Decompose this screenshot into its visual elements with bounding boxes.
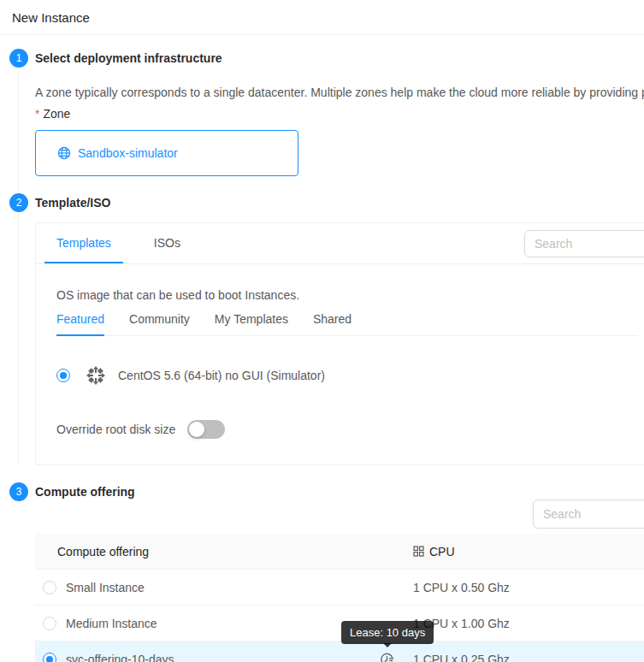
offering-radio-medium[interactable] (43, 617, 56, 630)
step-3-badge: 3 (9, 482, 28, 501)
table-row-svc-offering-10-days[interactable]: svc-offering-10-days 1 CPU x 0.25 Ghz (35, 641, 644, 662)
zone-field-label: *Zone (35, 106, 644, 121)
step-2-title: Template/ISO (35, 193, 644, 212)
tab-isos[interactable]: ISOs (142, 223, 192, 263)
template-card: Templates ISOs OS image that can be used… (35, 222, 644, 465)
globe-icon (57, 146, 71, 160)
grid-icon (413, 546, 424, 557)
template-tabs-bar: Templates ISOs (36, 223, 644, 264)
template-radio[interactable] (56, 369, 70, 382)
step-3-title: Compute offering (35, 482, 644, 501)
page-title: New Instance (12, 8, 630, 27)
template-card-body: OS image that can be used to boot Instan… (36, 264, 644, 464)
toggle-knob (189, 422, 204, 437)
table-row-small-instance[interactable]: Small Instance 1 CPU x 0.50 Ghz (35, 570, 644, 606)
required-asterisk: * (35, 107, 39, 121)
offering-radio-small[interactable] (43, 581, 56, 594)
lease-tooltip: Lease: 10 days (341, 621, 434, 644)
offering-radio-svc-10-days[interactable] (43, 653, 56, 662)
filter-tab-community[interactable]: Community (129, 312, 190, 336)
table-row-medium-instance[interactable]: Medium Instance 1 CPU x 1.00 Ghz (35, 606, 644, 641)
zone-card-label: Sandbox-simulator (78, 146, 178, 160)
filter-tab-shared[interactable]: Shared (313, 312, 352, 336)
template-search-input[interactable] (524, 230, 644, 257)
tooltip-arrow (383, 643, 392, 652)
override-root-disk-toggle[interactable] (187, 420, 225, 439)
override-root-disk-row: Override root disk size (56, 420, 638, 439)
page-header: New Instance (0, 0, 644, 35)
override-root-disk-label: Override root disk size (56, 423, 175, 436)
step-compute-offering: 3 Compute offering Compute offering (9, 482, 644, 662)
filter-tab-featured[interactable]: Featured (56, 312, 104, 336)
filter-tab-my-templates[interactable]: My Templates (215, 312, 288, 336)
template-option-row[interactable]: CentOS 5.6 (64-bit) no GUI (Simulator) (56, 365, 638, 386)
compute-offering-content: Compute offering CPU (35, 501, 644, 662)
tab-templates[interactable]: Templates (44, 223, 123, 263)
offering-search-input[interactable] (533, 499, 644, 529)
step-select-infrastructure: 1 Select deployment infrastructure A zon… (9, 49, 644, 193)
os-intro-text: OS image that can be used to boot Instan… (56, 287, 638, 304)
template-option-label: CentOS 5.6 (64-bit) no GUI (Simulator) (118, 369, 325, 382)
new-instance-wizard: New Instance 1 Select deployment infrast… (0, 0, 644, 662)
zone-card-sandbox-simulator[interactable]: Sandbox-simulator (35, 130, 298, 176)
centos-icon (86, 365, 106, 386)
step-1-badge: 1 (9, 49, 28, 68)
step-connector-line (18, 216, 19, 465)
step-2-badge: 2 (9, 193, 28, 212)
deployment-steps: 1 Select deployment infrastructure A zon… (0, 35, 644, 662)
zone-description: A zone typically corresponds to a single… (35, 85, 644, 100)
step-1-title: Select deployment infrastructure (35, 49, 644, 68)
table-header-row: Compute offering CPU (35, 534, 644, 570)
column-header-compute-offering: Compute offering (35, 545, 413, 559)
clock-icon[interactable] (380, 653, 394, 662)
column-header-cpu: CPU (413, 545, 644, 559)
lease-tooltip-text: Lease: 10 days (350, 626, 425, 639)
template-filter-tabs: Featured Community My Templates Shared (56, 312, 638, 336)
step-template-iso: 2 Template/ISO Templates ISOs OS image t… (9, 193, 644, 482)
compute-offering-table: Compute offering CPU (35, 534, 644, 662)
